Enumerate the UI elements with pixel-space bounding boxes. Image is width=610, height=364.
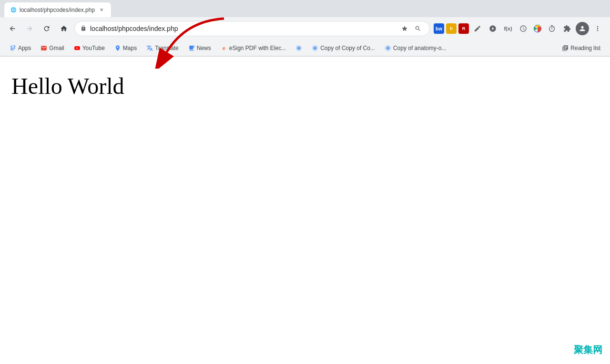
extensions-manage-button[interactable] <box>560 22 574 35</box>
esign-icon: e <box>221 45 227 51</box>
watermark: 聚集网 <box>574 344 602 356</box>
reading-list-label: Reading list <box>570 45 600 51</box>
svg-point-5 <box>314 47 316 49</box>
bookmark-star-button[interactable] <box>399 23 410 34</box>
tab-close-button[interactable]: ✕ <box>98 6 105 14</box>
bookmark-esign[interactable]: e eSign PDF with Elec... <box>217 43 290 53</box>
bookmark-translate[interactable]: Translate <box>142 43 183 53</box>
timer-button[interactable] <box>545 22 559 35</box>
svg-point-7 <box>387 47 389 49</box>
back-button[interactable] <box>6 22 19 35</box>
extensions-area: bw h R f(x) <box>434 22 604 35</box>
page-content: Hello World <box>0 57 610 364</box>
maps-label: Maps <box>123 45 137 51</box>
active-tab[interactable]: 🌐 localhost/phpcodes/index.php ✕ <box>4 2 112 17</box>
bookmark-chrome1[interactable] <box>292 43 306 53</box>
bookmark-maps[interactable]: Maps <box>111 43 141 53</box>
home-button[interactable] <box>57 22 71 35</box>
apps-icon <box>10 45 16 51</box>
bookmarks-bar: Apps Gmail YouTube Maps Translate <box>0 40 610 56</box>
youtube-icon <box>74 45 81 51</box>
bookmark-gmail[interactable]: Gmail <box>37 43 68 53</box>
honey-extension[interactable]: h <box>446 23 457 34</box>
copyofcopy-icon <box>312 45 318 51</box>
extension-settings[interactable] <box>486 22 499 35</box>
news-label: News <box>197 45 211 51</box>
toolbar: localhost/phpcodes/index.php bw h <box>0 17 610 40</box>
gmail-label: Gmail <box>49 45 64 51</box>
address-actions <box>399 23 424 34</box>
lock-icon <box>81 25 86 32</box>
tab-favicon: 🌐 <box>10 7 17 13</box>
profile-avatar[interactable] <box>576 22 589 35</box>
browser-chrome: 🌐 localhost/phpcodes/index.php ✕ localho… <box>0 0 610 57</box>
tab-title: localhost/phpcodes/index.php <box>20 7 95 13</box>
honey-label: h <box>450 26 453 31</box>
address-text: localhost/phpcodes/index.php <box>90 25 395 32</box>
anatomy-label: Copy of anatomy-o... <box>393 45 446 51</box>
anatomy-icon <box>385 45 391 51</box>
news-icon <box>188 45 195 51</box>
extension-pen[interactable] <box>471 22 484 35</box>
esign-label: eSign PDF with Elec... <box>229 45 286 51</box>
maps-icon <box>114 45 121 51</box>
translate-label: Translate <box>155 45 179 51</box>
chrome-menu-button[interactable] <box>591 22 604 35</box>
rakuten-label: R <box>462 26 466 31</box>
bitwarden-extension[interactable]: bw <box>434 23 444 34</box>
bookmark-youtube[interactable]: YouTube <box>70 43 109 53</box>
chrome-colors-button[interactable] <box>532 23 543 34</box>
bitwarden-label: bw <box>436 26 442 31</box>
copyofcopy-label: Copy of Copy of Co... <box>320 45 375 51</box>
tab-bar: 🌐 localhost/phpcodes/index.php ✕ <box>0 0 610 17</box>
bookmark-copyofcopy[interactable]: Copy of Copy of Co... <box>308 43 379 53</box>
reload-button[interactable] <box>40 22 53 35</box>
forward-button[interactable] <box>23 22 36 35</box>
page-heading: Hello World <box>11 73 599 99</box>
profile-area <box>517 22 604 35</box>
performance-button[interactable] <box>517 22 530 35</box>
address-bar[interactable]: localhost/phpcodes/index.php <box>74 21 430 36</box>
reading-list-button[interactable]: Reading list <box>558 43 604 53</box>
youtube-label: YouTube <box>82 45 105 51</box>
bookmark-anatomy[interactable]: Copy of anatomy-o... <box>381 43 450 53</box>
bookmark-news[interactable]: News <box>184 43 215 53</box>
svg-point-3 <box>298 47 300 49</box>
apps-label: Apps <box>18 45 31 51</box>
rakuten-extension[interactable]: R <box>458 23 469 34</box>
translate-icon <box>146 45 153 51</box>
search-labs-button[interactable] <box>412 23 424 34</box>
chrome1-icon <box>295 45 302 51</box>
extension-fx[interactable]: f(x) <box>501 22 515 35</box>
gmail-icon <box>41 45 47 51</box>
bookmark-apps[interactable]: Apps <box>6 43 35 53</box>
